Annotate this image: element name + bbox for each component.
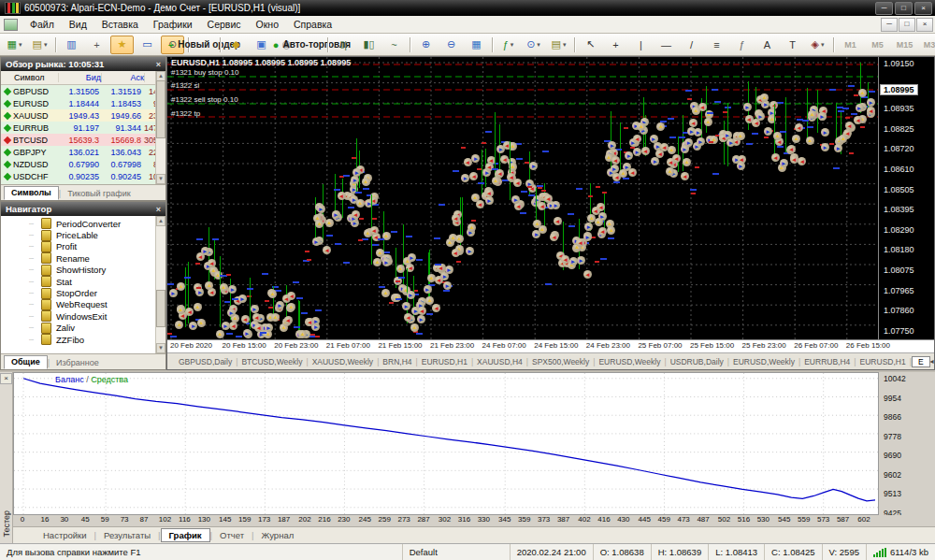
- timeframe-m30[interactable]: M30: [919, 36, 935, 54]
- market-watch-row[interactable]: XAUUSD1949.431949.6623: [1, 109, 165, 122]
- scroll-up-icon[interactable]: ▲: [156, 216, 165, 226]
- tester-balance-chart[interactable]: Баланс / Средства: [13, 372, 879, 515]
- timeframe-m1[interactable]: M1: [838, 36, 863, 54]
- column-header-Символ[interactable]: Символ: [14, 73, 59, 82]
- chart-tab-7[interactable]: SPX500,Weekly: [528, 357, 593, 366]
- chart-tab-11[interactable]: EURRUB,H4: [800, 357, 854, 366]
- market-watch-row[interactable]: GBPUSD1.315051.3151914: [1, 85, 165, 97]
- arrows-button[interactable]: ◈▾: [806, 36, 829, 54]
- periods-button[interactable]: ⊙▾: [522, 36, 545, 54]
- market-watch-row[interactable]: EURRUB91.19791.344147: [1, 122, 165, 134]
- market-watch-row[interactable]: USDJPY102.420102.44111: [1, 182, 165, 184]
- chart-tab-active[interactable]: E: [912, 356, 930, 367]
- chart-tab-8[interactable]: EURUSD,Weekly: [595, 357, 664, 366]
- market-watch-close-icon[interactable]: ×: [156, 60, 161, 69]
- chart-tab-5[interactable]: EURUSD,H1: [418, 357, 471, 366]
- navigator-item-periodconverter[interactable]: ┈PeriodConverter: [1, 218, 165, 229]
- tester-tab-4[interactable]: Отчет: [212, 529, 252, 541]
- navigator-item-stoporder[interactable]: ┈StopOrder: [1, 287, 165, 298]
- restore-button[interactable]: □: [895, 2, 913, 15]
- menu-item-справка[interactable]: Справка: [286, 18, 339, 31]
- timeframe-m5[interactable]: M5: [865, 36, 890, 54]
- fibonacci-button[interactable]: ƒ: [730, 36, 754, 54]
- timeframe-m15[interactable]: M15: [892, 36, 917, 54]
- navigator-tab-2[interactable]: Избранное: [50, 357, 106, 369]
- price-axis[interactable]: 1.091501.090401.089351.088251.087201.086…: [878, 57, 934, 339]
- menu-item-вставка[interactable]: Вставка: [94, 18, 146, 31]
- tester-tab-5[interactable]: Журнал: [254, 529, 302, 541]
- chart-tab-12[interactable]: EURUSD,H1: [856, 357, 910, 366]
- scroll-down-icon[interactable]: ▼: [156, 343, 165, 353]
- minimize-button[interactable]: ─: [875, 2, 893, 15]
- menu-item-вид[interactable]: Вид: [62, 18, 94, 31]
- market-watch-column-headers[interactable]: СимволБидАск!: [1, 71, 165, 85]
- tab-scroll-arrows-icon[interactable]: ◂ ▸: [930, 357, 934, 366]
- navigator-item-zzfibo[interactable]: ┈ZZFibo: [1, 334, 165, 345]
- candles-chart-button[interactable]: ▮▯: [357, 36, 381, 54]
- chart-tab-4[interactable]: BRN,H4: [379, 357, 415, 366]
- experts-button[interactable]: ▣: [250, 36, 273, 54]
- navigator-toggle[interactable]: ★: [110, 36, 134, 54]
- navigator-tab-1[interactable]: Общие: [4, 355, 48, 369]
- market-watch-tab-2[interactable]: Тиковый график: [61, 188, 137, 200]
- scroll-down-icon[interactable]: ▼: [156, 174, 165, 184]
- tester-close-icon[interactable]: ×: [0, 373, 12, 384]
- market-watch-row[interactable]: GBPJPY136.021136.04322: [1, 146, 165, 158]
- market-watch-row[interactable]: NZDUSD0.679900.679988: [1, 158, 165, 170]
- navigator-item-pricelable[interactable]: ┈PriceLable: [1, 229, 165, 240]
- cursor-button[interactable]: ↖: [579, 36, 602, 54]
- scrollbar-thumb[interactable]: [156, 80, 165, 138]
- child-restore-button[interactable]: □: [899, 18, 915, 32]
- navigator-scrollbar[interactable]: ▲ ▼: [155, 216, 165, 353]
- navigator-item-zaliv[interactable]: ┈Zaliv: [1, 323, 165, 334]
- bars-chart-button[interactable]: ‖|: [332, 36, 355, 54]
- metaeditor-button[interactable]: ◆: [224, 36, 248, 54]
- menu-item-файл[interactable]: Файл: [22, 18, 62, 31]
- indicators-button[interactable]: ƒ▾: [496, 36, 520, 54]
- new-chart-button[interactable]: ▦▾: [3, 36, 26, 54]
- chart-tab-1[interactable]: GBPUSD,Daily: [175, 357, 236, 366]
- menu-item-окно[interactable]: Окно: [249, 18, 286, 31]
- tester-tab-2[interactable]: Результаты: [96, 529, 158, 541]
- data-window-toggle[interactable]: +: [85, 36, 108, 54]
- close-button[interactable]: ×: [914, 2, 932, 15]
- zoom-out-button[interactable]: ⊖: [439, 36, 463, 54]
- market-watch-row[interactable]: EURUSD1.184441.184539: [1, 97, 165, 109]
- navigator-close-icon[interactable]: ×: [156, 205, 161, 214]
- navigator-item-stat[interactable]: ┈Stat: [1, 276, 165, 287]
- time-axis[interactable]: 20 Feb 202020 Feb 15:0020 Feb 23:0021 Fe…: [167, 339, 934, 352]
- column-header-Бид[interactable]: Бид: [59, 73, 102, 82]
- chart-tab-3[interactable]: XAUUSD,Weekly: [309, 357, 378, 366]
- chart-tab-2[interactable]: BTCUSD,Weekly: [237, 357, 306, 366]
- new-order-button[interactable]: +Новый ордер: [193, 36, 216, 54]
- child-minimize-button[interactable]: ─: [881, 18, 898, 32]
- auto-trading-button[interactable]: ●Авто-торговля: [300, 36, 324, 54]
- chart-tab-10[interactable]: EURUSD,Weekly: [729, 357, 798, 366]
- chart-tab-9[interactable]: USDRUB,Daily: [667, 357, 727, 366]
- navigator-item-showhistory[interactable]: ┈ShowHistory: [1, 265, 165, 276]
- templates-button[interactable]: ▤▾: [547, 36, 570, 54]
- crosshair-button[interactable]: +: [604, 36, 627, 54]
- tester-tab-3[interactable]: График: [161, 528, 210, 542]
- menu-item-графики[interactable]: Графики: [146, 18, 200, 31]
- zoom-in-button[interactable]: ⊕: [414, 36, 438, 54]
- channel-button[interactable]: ≡: [705, 36, 728, 54]
- market-watch-tab-1[interactable]: Символы: [4, 186, 59, 200]
- menu-item-сервис[interactable]: Сервис: [200, 18, 249, 31]
- line-chart-button[interactable]: ~: [382, 36, 406, 54]
- market-watch-row[interactable]: USDCHF0.902350.9024510: [1, 170, 165, 182]
- vline-button[interactable]: |: [629, 36, 653, 54]
- hline-button[interactable]: —: [654, 36, 678, 54]
- text-button[interactable]: A: [755, 36, 779, 54]
- chart-window-icon[interactable]: [4, 19, 18, 31]
- column-header-Аск[interactable]: Аск: [102, 73, 145, 82]
- chart-tab-6[interactable]: XAUUSD,H4: [473, 357, 526, 366]
- tile-windows-button[interactable]: ▦: [465, 36, 488, 54]
- scrollbar-thumb[interactable]: [156, 290, 165, 327]
- chart-plot[interactable]: EURUSD,H1 1.08995 1.08995 1.08995 1.0899…: [167, 57, 878, 339]
- navigator-item-webrequest[interactable]: ┈WebRequest: [1, 299, 165, 310]
- navigator-item-profit[interactable]: ┈Profit: [1, 241, 165, 252]
- profiles-button[interactable]: ▤▾: [28, 36, 51, 54]
- market-watch-header[interactable]: Обзор рынка: 10:05:31 ×: [1, 57, 165, 71]
- terminal-toggle[interactable]: ▭: [136, 36, 159, 54]
